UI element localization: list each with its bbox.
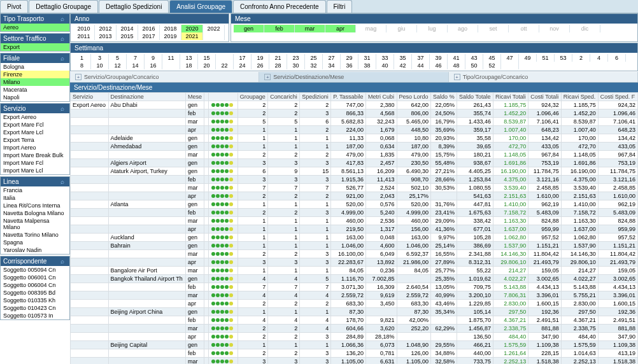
- table-row[interactable]: Bahraingen1111.046,004,6001.046,0025,14%…: [71, 242, 638, 250]
- anno-cell[interactable]: 2015: [117, 32, 138, 40]
- settimana-cell[interactable]: 5: [109, 54, 127, 62]
- settimana-cell[interactable]: 10: [91, 62, 109, 69]
- anno-cell[interactable]: 2017: [138, 32, 160, 40]
- sub-tab[interactable]: +Servizio/Groupage/Concarico: [70, 72, 259, 82]
- grid-header[interactable]: Peso Lordo: [397, 93, 431, 101]
- settimana-cell[interactable]: 41: [448, 54, 465, 62]
- table-row[interactable]: mar4442.559,729,6192.559,7240,99%3.200,1…: [71, 291, 638, 300]
- panel-item[interactable]: Navetta Torino Milano: [1, 231, 69, 239]
- settimana-cell[interactable]: 42: [394, 62, 412, 69]
- settimana-cell[interactable]: 9: [145, 54, 162, 62]
- settimana-cell[interactable]: 18: [180, 62, 198, 69]
- settimana-cell[interactable]: 39: [430, 54, 448, 62]
- grid-header[interactable]: Ricavi Totali: [493, 93, 528, 101]
- settimana-cell[interactable]: 22: [216, 62, 234, 69]
- settimana-cell[interactable]: 8: [73, 62, 91, 69]
- anno-cell[interactable]: 2014: [117, 25, 138, 32]
- search-icon[interactable]: ⌕: [60, 15, 67, 22]
- table-row[interactable]: mar222479,001,835479,0015,75%180,211.148…: [71, 151, 638, 159]
- grid-header[interactable]: Saldo Totale: [457, 93, 493, 101]
- settimana-cell[interactable]: 4: [590, 54, 608, 62]
- settimana-cell[interactable]: 2: [572, 54, 590, 62]
- table-row[interactable]: Atlantagen111520,000,576520,0031,76%447,…: [71, 200, 638, 209]
- tab-filtri[interactable]: Filtri: [327, 0, 353, 13]
- panel-item[interactable]: Aereo: [1, 24, 69, 31]
- settimana-cell[interactable]: 16: [145, 62, 162, 69]
- settimana-cell[interactable]: 47: [501, 54, 519, 62]
- panel-item[interactable]: Export Terra: [1, 136, 69, 144]
- panel-item[interactable]: Export Mare Fcl: [1, 121, 69, 129]
- settimana-cell[interactable]: 50: [465, 62, 483, 69]
- settimana-cell[interactable]: 48: [448, 62, 465, 69]
- mese-cell[interactable]: set: [478, 25, 509, 32]
- settimana-cell[interactable]: 33: [376, 54, 394, 62]
- grid-header[interactable]: Destinazione: [108, 93, 185, 101]
- settimana-cell[interactable]: 38: [358, 62, 376, 69]
- anno-cell[interactable]: 2013: [95, 32, 117, 40]
- settimana-cell[interactable]: 28: [269, 62, 287, 69]
- mese-cell[interactable]: giu: [386, 25, 417, 32]
- panel-item[interactable]: Yaroslav Nadin: [1, 246, 69, 254]
- anno-cell[interactable]: 2018: [160, 25, 181, 32]
- settimana-cell[interactable]: 12: [109, 62, 127, 69]
- anno-cell[interactable]: 2021: [181, 32, 203, 40]
- panel-item[interactable]: Linea Rit/Cons Interna: [1, 202, 69, 209]
- panel-item[interactable]: Firenze: [1, 71, 69, 78]
- panel-item[interactable]: Bologna: [1, 63, 69, 71]
- mese-cell[interactable]: feb: [264, 25, 295, 32]
- mese-cell[interactable]: ago: [448, 25, 478, 32]
- table-row[interactable]: feb444178,709,82142,00%1.875,704.367,212…: [71, 316, 638, 325]
- tab-analisi-groupage[interactable]: Analisi Groupage: [169, 0, 232, 13]
- search-icon[interactable]: ⌕: [60, 105, 67, 111]
- settimana-cell[interactable]: 13: [180, 54, 198, 62]
- panel-item[interactable]: Import Mare Break Bulk: [1, 151, 69, 159]
- table-row[interactable]: Beijing Airport Chinagen11187,3087,3035,…: [71, 308, 638, 316]
- search-icon[interactable]: ⌕: [60, 35, 67, 41]
- settimana-cell[interactable]: 35: [394, 54, 412, 62]
- grid-header[interactable]: Costi Totali: [528, 93, 561, 101]
- settimana-cell[interactable]: 7: [127, 54, 145, 62]
- sub-tab[interactable]: +Tipo/Groupage/Concarico: [449, 72, 638, 82]
- panel-item[interactable]: Soggetto 010573 In: [1, 312, 69, 319]
- panel-item[interactable]: Soggetto 005094 Cn: [1, 266, 69, 274]
- anno-cell[interactable]: 2022: [203, 25, 225, 32]
- settimana-cell[interactable]: 3: [91, 54, 109, 62]
- settimana-cell[interactable]: 40: [376, 62, 394, 69]
- table-row[interactable]: mar22316.100,006,0496.592,3716,55%2.341,…: [71, 250, 638, 258]
- grid-header[interactable]: [204, 93, 209, 101]
- anno-cell[interactable]: 2011: [73, 32, 95, 40]
- panel-item[interactable]: Soggetto 010335 Kh: [1, 297, 69, 304]
- mese-cell[interactable]: dic: [570, 25, 600, 32]
- settimana-cell[interactable]: 44: [412, 62, 430, 69]
- anno-cell[interactable]: 2019: [160, 32, 181, 40]
- panel-item[interactable]: Spagna: [1, 239, 69, 246]
- table-row[interactable]: apr111219,501,317156,0041,36%677,011.637…: [71, 225, 638, 234]
- grid-header[interactable]: [209, 93, 237, 101]
- grid-header[interactable]: Spedizioni: [300, 93, 331, 101]
- grid-header[interactable]: Servizio: [71, 93, 109, 101]
- panel-item[interactable]: Napoli: [1, 94, 69, 101]
- table-row[interactable]: Bangkok Thailand Airport Thgen4451.116,7…: [71, 275, 638, 283]
- panel-item[interactable]: Export: [1, 43, 69, 51]
- table-row[interactable]: feb2234.999,005,2404.999,0023,41%1.675,6…: [71, 209, 638, 217]
- table-row[interactable]: feb223136,200,781126,0034,88%440,001.261…: [71, 349, 638, 358]
- settimana-cell[interactable]: 49: [519, 54, 537, 62]
- table-row[interactable]: Ataturk Airport, Turkeygen69158.561,1316…: [71, 167, 638, 176]
- panel-item[interactable]: Macerata: [1, 86, 69, 94]
- settimana-cell[interactable]: 27: [323, 54, 341, 62]
- anno-cell[interactable]: 2012: [95, 25, 117, 32]
- panel-item[interactable]: Milano: [1, 78, 69, 86]
- grid-header[interactable]: Costi Sped. F: [598, 93, 637, 101]
- settimana-cell[interactable]: 31: [358, 54, 376, 62]
- settimana-cell[interactable]: 45: [483, 54, 501, 62]
- panel-item[interactable]: Export Aereo: [1, 113, 69, 121]
- panel-item[interactable]: Soggetto 006004 Cn: [1, 281, 69, 289]
- table-row[interactable]: Aucklandgen111163,000,048163,009,97%105,…: [71, 234, 638, 242]
- panel-item[interactable]: Soggetto 006001 Cn: [1, 274, 69, 281]
- table-row[interactable]: Adelaidegen11111,330,06810,8020,93%35,58…: [71, 134, 638, 143]
- panel-item[interactable]: Italia: [1, 194, 69, 202]
- settimana-cell[interactable]: 17: [234, 54, 252, 62]
- grid-header[interactable]: Concarichi: [268, 93, 300, 101]
- panel-item[interactable]: Export Mare Lcl: [1, 129, 69, 136]
- table-row[interactable]: apr222921,002,04325,17%541,632.151,631.6…: [71, 192, 638, 200]
